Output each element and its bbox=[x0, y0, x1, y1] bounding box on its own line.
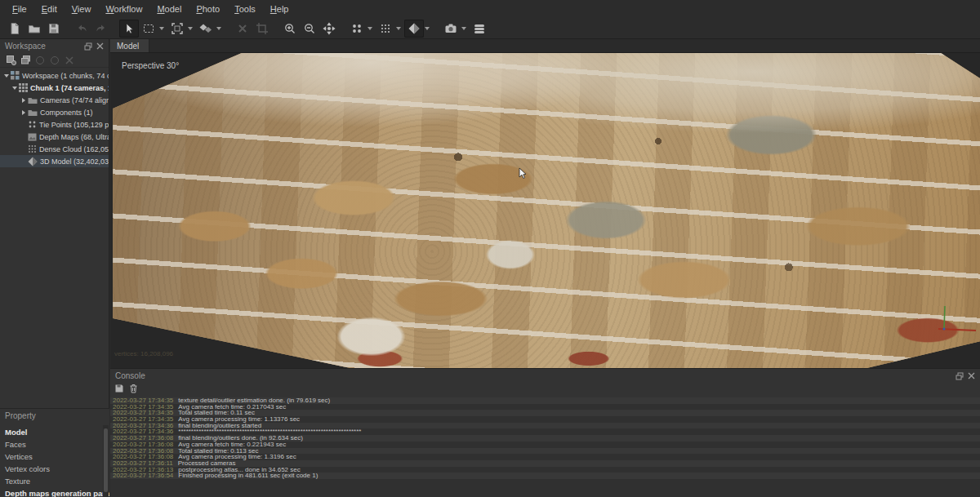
move-down-button bbox=[47, 54, 62, 67]
new-document-icon bbox=[8, 22, 21, 35]
model-icon bbox=[28, 157, 38, 166]
resize-region-button[interactable] bbox=[167, 20, 187, 38]
save-log-icon bbox=[114, 384, 124, 393]
property-row-vertices[interactable]: Vertices bbox=[0, 450, 109, 463]
expand-arrow-icon[interactable] bbox=[11, 87, 18, 90]
property-row-texture[interactable]: Texture bbox=[0, 475, 109, 487]
zoom-in-icon bbox=[283, 22, 296, 35]
rotate-object-icon bbox=[198, 22, 213, 35]
workspace-icon bbox=[11, 71, 20, 80]
property-row-faces[interactable]: Faces bbox=[0, 438, 109, 450]
add-chunk-button[interactable] bbox=[3, 54, 18, 67]
zoom-out-button[interactable] bbox=[300, 20, 319, 38]
tree-item-tie-points[interactable]: Tie Points (105,129 points) bbox=[0, 118, 109, 131]
tree-item-label: Cameras (74/74 aligned) bbox=[40, 96, 109, 104]
workspace-float-button[interactable] bbox=[82, 41, 93, 51]
save-log-button[interactable] bbox=[114, 382, 124, 397]
menu-tools[interactable]: Tools bbox=[227, 2, 263, 16]
property-row-depth-params[interactable]: Depth maps generation parameters bbox=[0, 487, 109, 497]
tree-item-label: Depth Maps (68, Ultra high qu bbox=[39, 133, 109, 141]
delete-selection-button bbox=[233, 20, 252, 38]
undo-button bbox=[72, 20, 91, 38]
open-project-button[interactable] bbox=[24, 20, 44, 38]
resize-region-dropdown[interactable] bbox=[188, 27, 193, 30]
save-project-button[interactable] bbox=[44, 20, 64, 38]
rotate-object-button[interactable] bbox=[196, 20, 216, 38]
expand-arrow-icon[interactable] bbox=[20, 110, 27, 115]
console-log[interactable]: 2022-03-27 17:34:35texture detail/outlie… bbox=[110, 397, 980, 497]
property-row-model[interactable]: Model bbox=[0, 426, 109, 438]
float-icon bbox=[956, 372, 964, 380]
menu-model[interactable]: Model bbox=[149, 2, 189, 16]
show-dense-cloud-button[interactable] bbox=[376, 20, 395, 38]
show-photos-button[interactable] bbox=[470, 20, 489, 38]
depth-maps-icon bbox=[28, 133, 37, 141]
photos-icon bbox=[473, 22, 486, 35]
workspace-tree: Workspace (1 chunks, 74 cameras) Chunk 1… bbox=[0, 69, 109, 167]
workspace-close-button[interactable] bbox=[95, 41, 105, 51]
menu-edit[interactable]: Edit bbox=[34, 2, 65, 16]
console-float-button[interactable] bbox=[954, 371, 964, 381]
redo-icon bbox=[95, 22, 108, 35]
menu-workflow[interactable]: Workflow bbox=[98, 2, 149, 16]
axis-gizmo bbox=[935, 304, 978, 337]
remove-item-button bbox=[62, 54, 77, 67]
shaded-model-dropdown[interactable] bbox=[425, 27, 430, 30]
console-panel-header: Console bbox=[110, 369, 980, 383]
menu-help[interactable]: Help bbox=[263, 2, 296, 16]
show-shaded-model-button[interactable] bbox=[404, 20, 424, 38]
tree-item-components[interactable]: Components (1) bbox=[0, 106, 109, 118]
tree-item-depth-maps[interactable]: Depth Maps (68, Ultra high qu bbox=[0, 131, 109, 143]
rectangle-selection-button[interactable] bbox=[139, 20, 158, 38]
viewport-tabstrip: Model bbox=[110, 39, 980, 53]
tree-item-3d-model[interactable]: 3D Model (32,402,039 faces, L bbox=[0, 155, 109, 167]
chunk-icon bbox=[19, 83, 28, 92]
menu-view[interactable]: View bbox=[65, 2, 99, 16]
menu-photo[interactable]: Photo bbox=[189, 2, 227, 16]
rotate-object-dropdown[interactable] bbox=[216, 27, 221, 30]
circle-down-icon bbox=[50, 55, 60, 65]
dense-cloud-dropdown[interactable] bbox=[396, 27, 401, 30]
main-toolbar bbox=[0, 18, 980, 39]
tie-points-dropdown[interactable] bbox=[368, 27, 372, 30]
clear-log-button[interactable] bbox=[129, 382, 138, 397]
console-close-button[interactable] bbox=[966, 371, 977, 381]
model-viewport[interactable]: Perspective 30° vertices: 16,208,096 bbox=[110, 53, 980, 368]
property-rows: Model Faces Vertices Vertex colors Textu… bbox=[0, 426, 109, 497]
property-row-vertex-colors[interactable]: Vertex colors bbox=[0, 463, 109, 475]
log-line: 2022-03-27 17:36:54Finished processing i… bbox=[110, 473, 980, 479]
stone-wall-model[interactable] bbox=[110, 53, 980, 368]
camera-icon bbox=[444, 22, 457, 35]
tree-item-workspace[interactable]: Workspace (1 chunks, 74 cameras) bbox=[0, 69, 109, 82]
tree-item-label: Components (1) bbox=[40, 109, 93, 117]
selection-cursor-button[interactable] bbox=[119, 20, 139, 38]
delete-icon bbox=[236, 22, 249, 35]
tree-item-label: 3D Model (32,402,039 faces, L bbox=[40, 158, 109, 166]
rectangle-selection-dropdown[interactable] bbox=[159, 27, 164, 30]
tree-item-chunk[interactable]: Chunk 1 (74 cameras, 105,129 p bbox=[0, 82, 109, 94]
new-document-button[interactable] bbox=[5, 20, 24, 38]
show-cameras-button[interactable] bbox=[441, 20, 461, 38]
redo-button bbox=[91, 20, 111, 38]
add-photos-button[interactable] bbox=[18, 54, 33, 67]
property-scrollbar[interactable] bbox=[103, 425, 109, 497]
tree-item-cameras[interactable]: Cameras (74/74 aligned) bbox=[0, 94, 109, 106]
scrollbar-thumb[interactable] bbox=[104, 428, 108, 492]
cameras-dropdown[interactable] bbox=[461, 27, 466, 30]
close-icon bbox=[968, 372, 975, 379]
dense-cloud-icon bbox=[379, 22, 392, 35]
move-up-button bbox=[33, 54, 47, 67]
zoom-in-button[interactable] bbox=[280, 20, 300, 38]
trash-icon bbox=[129, 384, 138, 393]
workspace-toolbar bbox=[0, 53, 109, 68]
expand-arrow-icon[interactable] bbox=[20, 98, 27, 103]
tree-item-dense-cloud[interactable]: Dense Cloud (162,052,977 poi bbox=[0, 143, 109, 155]
expand-arrow-icon[interactable] bbox=[2, 74, 10, 78]
property-panel-header: Property bbox=[0, 409, 109, 423]
tab-model[interactable]: Model bbox=[110, 39, 149, 52]
show-tie-points-button[interactable] bbox=[347, 20, 367, 38]
menu-file[interactable]: File bbox=[5, 2, 34, 16]
close-icon bbox=[96, 42, 104, 50]
folder-icon bbox=[28, 109, 38, 117]
reset-view-button[interactable] bbox=[319, 20, 339, 38]
